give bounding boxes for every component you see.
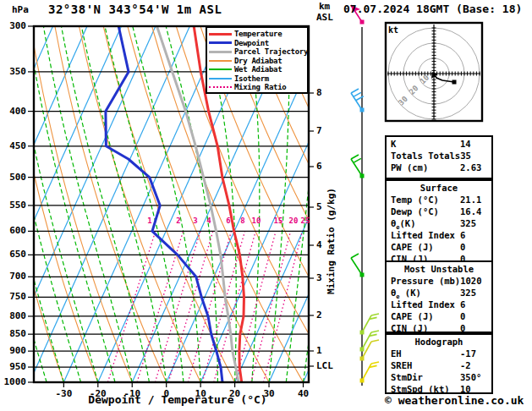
- height-tick-label: 4: [316, 240, 322, 250]
- height-tick-label: 3: [316, 273, 322, 283]
- panel-row-label: CAPE (J): [391, 311, 460, 323]
- panel-row: θe(K)325: [391, 218, 487, 230]
- pressure-tick-label: 900: [9, 346, 26, 356]
- pressure-tick-label: 1000: [4, 377, 27, 387]
- legend-swatch: [209, 78, 232, 79]
- panel-row-label: Lifted Index: [391, 230, 460, 242]
- panel-row-label: K: [391, 139, 460, 151]
- height-tick-label: 8: [316, 88, 322, 98]
- copyright: © weatheronline.co.uk: [385, 396, 524, 406]
- mixing-ratio-value: 8: [240, 217, 244, 225]
- panel-row-value: 0: [460, 242, 487, 254]
- mixing-ratio-value: 2: [176, 217, 180, 225]
- legend-label: Isotherm: [234, 74, 269, 83]
- panel-title: Hodograph: [391, 337, 487, 348]
- panel-row-value: 21.1: [460, 195, 487, 206]
- panel-row: θe (K)325: [391, 288, 487, 299]
- lcl-label: LCL: [316, 361, 333, 371]
- height-tick-label: 1: [316, 346, 322, 356]
- panel-row-label: θe (K): [391, 288, 460, 299]
- mixing-ratio-value: 20: [289, 217, 299, 225]
- station-title: 32°38'N 343°54'W 1m ASL: [48, 4, 222, 14]
- mixing-ratio-value: 25: [301, 217, 310, 225]
- panel-row-value: 0: [460, 311, 487, 323]
- panel-row: EH-17: [391, 348, 487, 360]
- temp-tick-label: -30: [55, 389, 72, 399]
- pressure-axis-unit: hPa: [12, 5, 29, 15]
- legend-label: Dewpoint: [234, 39, 269, 47]
- height-tick-label: 5: [316, 202, 322, 212]
- pressure-tick-label: 350: [9, 67, 26, 77]
- panel-row: Lifted Index6: [391, 230, 487, 242]
- panel-row: StmDir350°: [391, 372, 487, 384]
- hodograph-storm-marker: [452, 80, 457, 85]
- pressure-tick-label: 650: [9, 249, 26, 260]
- mixing-ratio-value: 10: [252, 217, 261, 225]
- hodograph-unit-label: kt: [388, 25, 398, 36]
- datetime-title: 07.07.2024 18GMT (Base: 18): [343, 4, 522, 14]
- legend-item: Temperature: [209, 30, 307, 39]
- pressure-tick-label: 850: [9, 329, 26, 339]
- legend-item: Parcel Trajectory: [209, 47, 307, 57]
- panel-row: CAPE (J)0: [391, 311, 487, 323]
- legend-label: Wet Adiabat: [234, 65, 282, 74]
- legend-swatch: [209, 41, 232, 44]
- panel-row: SREH-2: [391, 360, 487, 372]
- panel-title: Most Unstable: [391, 264, 487, 276]
- mixing-ratio-axis-label: Mixing Ratio (g/kg): [326, 188, 337, 294]
- sounding-app: 102030 123468101520253003504004505005506…: [0, 0, 532, 411]
- legend-item: Dry Adiabat: [209, 57, 307, 66]
- temp-tick-label: 40: [298, 389, 309, 399]
- panel-row-label: Dewp (°C): [391, 206, 460, 218]
- legend-item: Isotherm: [209, 74, 307, 84]
- panel-row: Lifted Index6: [391, 299, 487, 311]
- panel-row-value: 6: [460, 299, 487, 311]
- panel-row-value: 16.4: [460, 206, 487, 218]
- panel-row-value: 6: [460, 230, 487, 242]
- panel-row-label: StmDir: [391, 372, 460, 384]
- panel-row: PW (cm)2.63: [391, 162, 487, 174]
- pressure-tick-label: 950: [9, 362, 26, 372]
- mixing-ratio-value: 15: [274, 217, 283, 225]
- panel-row-value: 1020: [460, 276, 487, 288]
- legend-swatch: [209, 86, 232, 88]
- panel-row-value: 35: [460, 151, 487, 162]
- mixing-ratio-value: 3: [193, 217, 197, 225]
- legend-swatch: [209, 33, 232, 36]
- panel-row-value: 2.63: [460, 162, 487, 174]
- legend-label: Parcel Trajectory: [234, 47, 308, 56]
- panel-row-label: EH: [391, 348, 460, 360]
- legend-label: Dry Adiabat: [234, 57, 282, 65]
- panel-row-label: Totals Totals: [391, 151, 460, 162]
- panel-row-value: 14: [460, 139, 487, 151]
- height-axis-unit-asl: ASL: [316, 13, 333, 23]
- height-tick-label: 7: [316, 126, 322, 136]
- pressure-tick-label: 300: [9, 21, 26, 31]
- legend-swatch: [209, 68, 232, 70]
- height-tick-label: 2: [316, 310, 322, 321]
- panel-row-value: -2: [460, 360, 487, 372]
- pressure-tick-label: 750: [9, 292, 26, 302]
- legend-swatch: [209, 51, 232, 53]
- most-unstable-panel: Most UnstablePressure (mb)1020θe (K)325L…: [385, 260, 493, 333]
- pressure-tick-label: 400: [9, 107, 26, 117]
- panel-row-label: Temp (°C): [391, 195, 460, 206]
- panel-row-label: Lifted Index: [391, 299, 460, 311]
- temp-axis-title: Dewpoint / Temperature (°C): [88, 395, 266, 405]
- panel-row-value: 350°: [460, 372, 487, 384]
- hodograph-panel: HodographEH-17SREH-2StmDir350°StmSpd (kt…: [385, 333, 493, 394]
- legend-item: Wet Adiabat: [209, 65, 307, 74]
- panel-row-label: PW (cm): [391, 162, 460, 174]
- panel-row: Temp (°C)21.1: [391, 195, 487, 206]
- height-axis-unit-km: km: [319, 2, 330, 12]
- pressure-tick-label: 600: [9, 226, 26, 236]
- panel-row-label: SREH: [391, 360, 460, 372]
- panel-row-value: 325: [460, 218, 487, 230]
- panel-row: K14: [391, 139, 487, 151]
- panel-row: Totals Totals35: [391, 151, 487, 162]
- panel-row-label: CAPE (J): [391, 242, 460, 254]
- legend-swatch: [209, 60, 232, 62]
- panel-row: Dewp (°C)16.4: [391, 206, 487, 218]
- legend-item: Mixing Ratio: [209, 83, 307, 92]
- pressure-tick-label: 450: [9, 141, 26, 151]
